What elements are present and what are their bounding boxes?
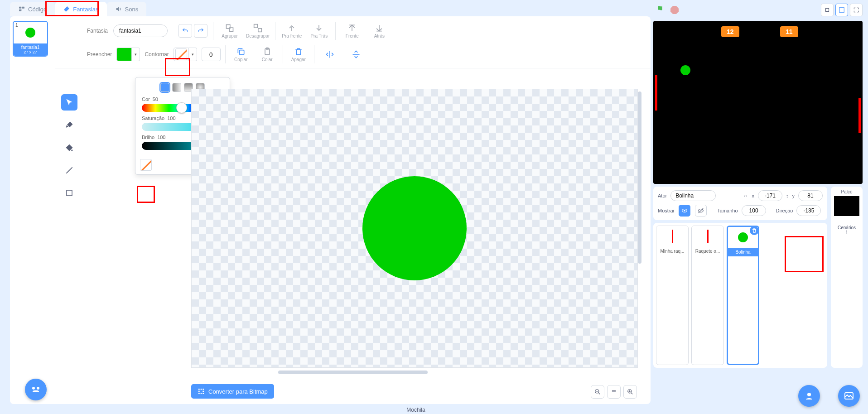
line-tool[interactable] <box>61 162 77 178</box>
svg-rect-30 <box>826 9 829 12</box>
canvas-horizontal-scrollbar[interactable] <box>278 371 428 374</box>
back-button[interactable]: Atrás <box>368 24 390 39</box>
outline-swatch[interactable]: ▾ <box>174 48 197 61</box>
svg-rect-5 <box>254 24 258 28</box>
y-label: y <box>792 193 795 198</box>
fill-swatch[interactable]: ▾ <box>116 48 140 61</box>
brush-tool[interactable] <box>61 117 77 133</box>
costume-dims: 27 x 27 <box>14 50 46 54</box>
drawn-green-circle <box>362 176 467 280</box>
add-costume-fab[interactable] <box>25 379 47 400</box>
costume-editor: 1 fantasia1 27 x 27 Fantasia Agrupar Des… <box>10 16 651 404</box>
svg-rect-2 <box>22 7 24 9</box>
fullscreen-button[interactable] <box>850 4 863 16</box>
svg-line-29 <box>631 393 633 395</box>
svg-rect-1 <box>19 10 21 11</box>
svg-point-10 <box>71 149 72 151</box>
stage-thumb <box>834 196 859 216</box>
backpack-bar[interactable]: Mochila <box>181 407 651 413</box>
tab-label: Fantasias <box>73 6 98 13</box>
sprite-size-input[interactable] <box>742 205 766 216</box>
redo-button[interactable] <box>194 24 207 38</box>
add-sprite-fab[interactable] <box>798 385 820 407</box>
hide-sprite-button[interactable] <box>695 205 707 217</box>
costume-list: 1 fantasia1 27 x 27 <box>13 21 53 57</box>
svg-point-38 <box>807 393 811 396</box>
fill-mode-horizontal[interactable] <box>172 83 181 92</box>
sprite-card-raquete-oponente[interactable]: Raquete o... <box>691 226 724 365</box>
stage-paddle-right <box>858 98 861 133</box>
tab-label: Sons <box>125 6 139 13</box>
delete-button[interactable]: Apagar <box>288 47 309 62</box>
tab-code[interactable]: Código <box>10 2 55 16</box>
undo-button[interactable] <box>178 24 192 38</box>
delete-sprite-button[interactable] <box>750 226 759 235</box>
tab-sounds[interactable]: Sons <box>107 2 147 16</box>
sprite-x-input[interactable] <box>758 190 782 201</box>
show-sprite-button[interactable] <box>679 205 690 217</box>
drawing-canvas[interactable] <box>191 89 638 368</box>
svg-point-33 <box>684 210 685 211</box>
brush-icon <box>63 5 70 13</box>
svg-rect-7 <box>239 50 244 54</box>
copy-button[interactable]: Copiar <box>230 47 252 62</box>
svg-rect-14 <box>201 389 202 390</box>
stage-large-button[interactable] <box>835 4 848 16</box>
sprite-y-input[interactable] <box>798 190 823 201</box>
no-color-button[interactable] <box>140 159 152 171</box>
divider <box>213 22 213 40</box>
convert-bitmap-button[interactable]: Converter para Bitmap <box>191 384 274 399</box>
canvas-vertical-scrollbar[interactable] <box>637 91 641 363</box>
svg-line-23 <box>598 393 600 395</box>
outline-width-input[interactable] <box>202 48 221 61</box>
costume-name-label: Fantasia <box>87 28 108 34</box>
sprite-card-minha-raquete[interactable]: Minha raq... <box>656 226 689 365</box>
sprite-card-bolinha[interactable]: Bolinha <box>727 226 759 365</box>
svg-rect-20 <box>203 393 204 394</box>
stage-panel[interactable]: Palco Cenários 1 <box>831 187 863 368</box>
zoom-in-button[interactable] <box>623 385 637 399</box>
zoom-reset-button[interactable] <box>607 385 621 399</box>
zoom-out-button[interactable] <box>591 385 604 399</box>
svg-rect-0 <box>19 7 21 9</box>
stage-panel-title: Palco <box>834 189 860 194</box>
backdrops-count: 1 <box>834 230 860 235</box>
stop-button[interactable] <box>670 6 679 14</box>
paste-button[interactable]: Colar <box>256 47 278 62</box>
costume-thumb-selected[interactable]: 1 fantasia1 27 x 27 <box>13 21 48 57</box>
flip-horizontal-button[interactable] <box>319 50 341 59</box>
svg-rect-12 <box>67 190 72 196</box>
fill-tool[interactable] <box>61 140 77 156</box>
svg-rect-19 <box>201 393 202 394</box>
svg-rect-17 <box>203 391 204 392</box>
add-backdrop-fab[interactable] <box>838 385 860 407</box>
divider <box>314 45 314 63</box>
rect-tool[interactable] <box>61 185 77 201</box>
group-button[interactable]: Agrupar <box>219 24 241 39</box>
select-tool[interactable] <box>61 94 77 111</box>
tab-costumes[interactable]: Fantasias <box>55 2 106 16</box>
actor-label: Ator <box>658 193 667 198</box>
outline-label: Contornar <box>145 51 169 58</box>
costume-name-input[interactable] <box>113 24 168 37</box>
svg-rect-6 <box>258 28 262 32</box>
svg-point-37 <box>37 387 39 390</box>
flip-vertical-button[interactable] <box>345 50 367 59</box>
tab-label: Código <box>28 6 47 13</box>
ungroup-button[interactable]: Desagrupar <box>246 24 270 39</box>
backward-button[interactable]: Pra Trás <box>308 24 330 39</box>
forward-button[interactable]: Pra frente <box>281 24 303 39</box>
sprite-name-input[interactable] <box>670 190 716 201</box>
sprite-direction-input[interactable] <box>796 205 821 216</box>
stage-small-button[interactable] <box>821 4 834 16</box>
green-flag-button[interactable] <box>656 5 666 16</box>
sprite-list: Minha raq... Raquete o... Bolinha <box>653 223 827 368</box>
no-outline-icon <box>175 48 187 60</box>
costume-name: fantasia1 <box>21 45 40 50</box>
fill-mode-solid[interactable] <box>160 83 169 92</box>
svg-rect-16 <box>198 391 200 392</box>
show-label: Mostrar <box>658 208 675 213</box>
size-label: Tamanho <box>717 208 738 213</box>
front-button[interactable]: Frente <box>341 24 363 39</box>
costume-index: 1 <box>15 23 18 28</box>
